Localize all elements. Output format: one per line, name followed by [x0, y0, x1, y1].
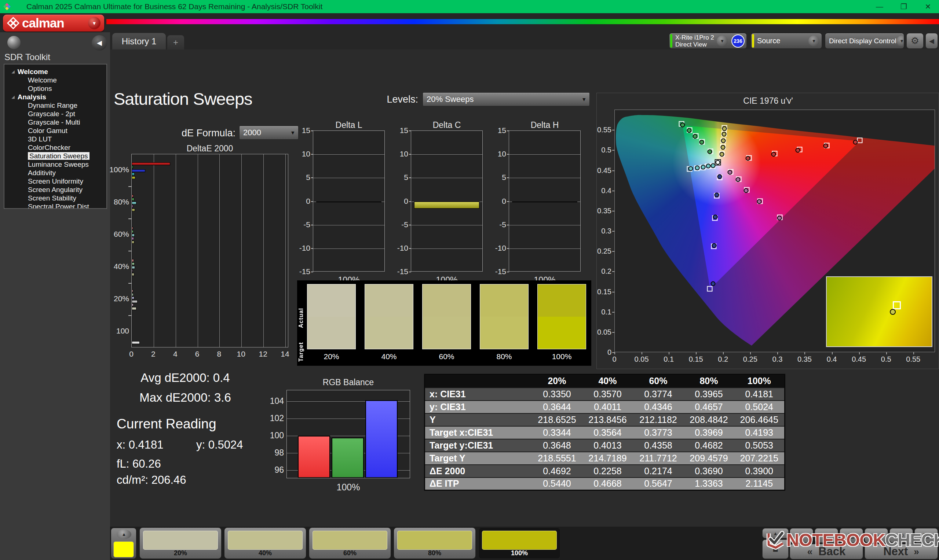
sidebar-item-additivity[interactable]: Additivity [5, 169, 106, 177]
y-tick-label: 0.5 [597, 146, 611, 154]
table-cell: 0.4011 [583, 401, 633, 414]
de-bar [132, 172, 135, 175]
y-tick-label: -5 [491, 220, 506, 229]
session-sphere-icon[interactable] [7, 36, 20, 49]
tree-group-welcome[interactable]: ◢Welcome [5, 68, 106, 76]
refresh-button[interactable]: ↻ [890, 528, 913, 543]
sweep-tile-80%[interactable]: 80% [393, 528, 476, 559]
sidebar-item-options[interactable]: Options [5, 84, 106, 93]
sidebar-item-color-gamut[interactable]: Color Gamut [5, 126, 106, 135]
measured-yellow [722, 132, 726, 137]
swatch-label: 20% [307, 352, 356, 361]
chart-title: Delta H [509, 120, 581, 130]
measured-red [823, 144, 828, 148]
axis-tick [750, 352, 751, 354]
grid-button[interactable]: ▦ [840, 528, 863, 543]
row-label: Target x:CIE31 [425, 426, 532, 439]
axis-tick [128, 186, 131, 187]
delta-plot [509, 131, 581, 272]
sidebar-item-screen-stability[interactable]: Screen Stability [5, 194, 106, 202]
axis-tick [669, 352, 669, 354]
de-bar [132, 198, 134, 201]
de-bar [132, 293, 134, 296]
gridline [411, 154, 483, 155]
tree-expanded-icon[interactable]: ◢ [12, 70, 15, 74]
y-tick-label: 0.25 [597, 247, 611, 255]
tile-label: 80% [394, 549, 475, 557]
axis-tick [128, 251, 131, 251]
tile-swatch [143, 531, 218, 550]
table-header: 60% [633, 375, 684, 388]
table-row: Target Y218.5551214.7189211.7712209.4579… [425, 452, 785, 465]
next-button[interactable]: Next » [865, 544, 938, 559]
y-tick-label: -10 [393, 244, 408, 252]
pattern-button[interactable]: ▣ [914, 528, 938, 543]
row-label: x: CIE31 [425, 388, 532, 401]
tab-history-1[interactable]: History 1 [112, 33, 166, 49]
loop-button[interactable]: ∞ [865, 528, 888, 543]
back-button[interactable]: « Back [790, 544, 863, 559]
table-cell: 0.3648 [532, 439, 583, 452]
sidebar-collapse-button[interactable]: ◀ [92, 35, 107, 51]
sidebar-item-colorchecker[interactable]: ColorChecker [5, 143, 106, 152]
calman-menu-button[interactable]: calman ▼ [3, 15, 104, 32]
add-tab-button[interactable]: + [167, 35, 184, 49]
display-control-dropdown-arrow-icon[interactable]: ▼ [896, 35, 904, 46]
sidebar-item-dynamic-range[interactable]: Dynamic Range [5, 101, 106, 109]
fl-stat: fL: 60.26 [117, 457, 161, 471]
sweep-tile-60%[interactable]: 60% [309, 528, 391, 559]
sidebar-item-spectral-power-dist-[interactable]: Spectral Power Dist. [5, 202, 106, 209]
y-tick-label: 15 [393, 126, 408, 135]
meter-dropdown-arrow-icon[interactable]: ▼ [717, 35, 728, 46]
record-button[interactable]: ⏺ [790, 528, 813, 543]
up-arrow-icon[interactable]: ▲ [117, 529, 131, 539]
x-tick-label: 0.3 [767, 355, 788, 363]
y-tick-label: 0 [393, 197, 408, 206]
table-cell: 218.5551 [532, 452, 583, 465]
axis-tick [128, 315, 131, 316]
x-tick-label: 6 [190, 350, 205, 358]
stop-button[interactable]: ■ [762, 540, 789, 559]
target-swatch [307, 317, 355, 349]
source-dropdown-arrow-icon[interactable]: ▼ [808, 35, 819, 46]
deltae2000-chart: DeltaE 200002468101214100%80%60%40%20%10… [109, 144, 289, 360]
display-control-dropdown[interactable]: Direct Display Control ▼ [825, 33, 904, 49]
tree-group-analysis[interactable]: ◢Analysis [5, 93, 106, 101]
y-tick-label: -5 [295, 220, 310, 229]
sweep-tile-20%[interactable]: 20% [139, 528, 222, 559]
y-tick-label: -15 [491, 267, 506, 276]
calman-dropdown-icon[interactable]: ▼ [88, 17, 100, 29]
current-reading-heading: Current Reading [117, 416, 216, 432]
de-bar [132, 341, 140, 344]
up-arrow-icon: ▲ [773, 531, 778, 536]
minimize-button[interactable]: — [868, 0, 891, 13]
sweep-tile-100%[interactable]: 100% [478, 528, 560, 559]
sidebar-item-screen-uniformity[interactable]: Screen Uniformity [5, 177, 106, 185]
de-bar [132, 269, 133, 272]
swatch-column-40% [365, 284, 413, 349]
table-cell: 0.4692 [532, 465, 583, 477]
pattern-window-tile[interactable]: ▲ [111, 528, 136, 559]
rgb-balance-chart: RGB Balance1041021009896100% [264, 376, 418, 501]
meter-raise-button[interactable]: ▲ [762, 528, 789, 538]
sidebar-item-luminance-sweeps[interactable]: Luminance Sweeps [5, 160, 106, 169]
source-dropdown[interactable]: Source ▼ [751, 33, 822, 49]
tree-expanded-icon[interactable]: ◢ [12, 95, 15, 99]
back-chevron-icon: « [807, 546, 813, 557]
meter-dropdown[interactable]: X-Rite i1Pro 2 Direct View ▼ 236 [669, 33, 747, 49]
sidebar-item-screen-angularity[interactable]: Screen Angularity [5, 185, 106, 194]
play-button[interactable]: ▶ [815, 528, 838, 543]
y-tick-label: 0.35 [597, 207, 611, 215]
restore-button[interactable]: ❐ [893, 0, 915, 13]
sidebar-item-welcome[interactable]: Welcome [5, 76, 106, 84]
sidebar-item-3d-lut[interactable]: 3D LUT [5, 135, 106, 143]
close-button[interactable]: ✕ [917, 0, 939, 13]
sidebar-item-grayscale-multi[interactable]: Grayscale - Multi [5, 118, 106, 126]
sidebar-item-saturation-sweeps[interactable]: Saturation Sweeps [5, 152, 106, 160]
panel-collapse-button[interactable]: ◀ [925, 33, 938, 49]
sidebar-item-grayscale-2pt[interactable]: Grayscale - 2pt [5, 109, 106, 118]
settings-button[interactable]: ⚙ [907, 33, 924, 49]
x-tick-label: 0.15 [686, 355, 706, 363]
sweep-tile-40%[interactable]: 40% [224, 528, 306, 559]
levels-select[interactable]: 20% Sweeps ▼ [422, 92, 590, 106]
